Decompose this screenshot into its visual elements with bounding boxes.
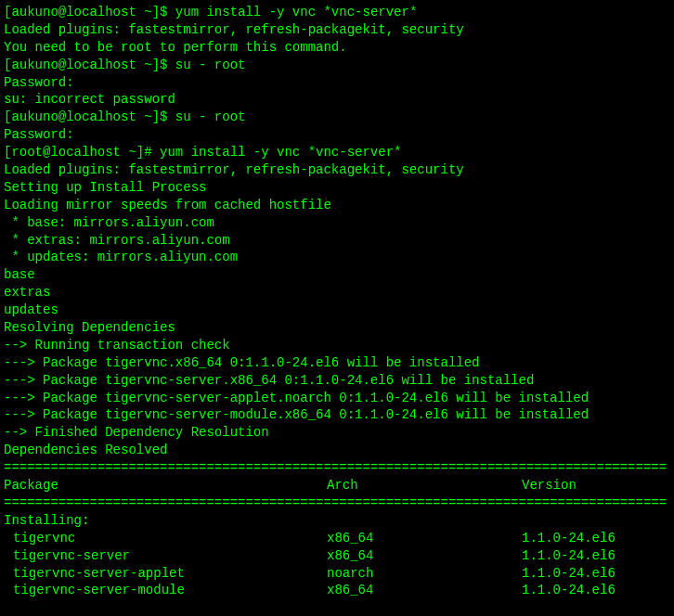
table-row: tigervnc-server-applet noarch 1.1.0-24.e…	[4, 565, 670, 583]
output-line: You need to be root to perform this comm…	[4, 39, 670, 57]
cell-version: 1.1.0-24.el6	[522, 547, 670, 565]
prompt-line: [aukuno@localhost ~]$ su - root	[4, 57, 670, 74]
prompt-line: [aukuno@localhost ~]$ su - root	[4, 109, 670, 126]
shell-prompt: [aukuno@localhost ~]$	[4, 109, 175, 124]
shell-prompt-root: [root@localhost ~]#	[4, 145, 160, 160]
table-row: tigervnc-server x86_64 1.1.0-24.el6	[4, 547, 670, 565]
output-line: Resolving Dependencies	[4, 319, 670, 337]
output-line: extras	[4, 284, 670, 302]
blank-line	[4, 599, 670, 616]
output-line: ---> Package tigervnc-server-applet.noar…	[4, 390, 670, 407]
shell-prompt: [aukuno@localhost ~]$	[4, 5, 175, 19]
cell-package: tigervnc	[4, 530, 327, 547]
col-header-version: Version	[522, 477, 670, 494]
output-line: * updates: mirrors.aliyun.com	[4, 249, 670, 266]
output-line: Setting up Install Process	[4, 179, 670, 197]
cell-arch: x86_64	[327, 547, 522, 565]
output-line: * extras: mirrors.aliyun.com	[4, 232, 670, 250]
terminal[interactable]: [aukuno@localhost ~]$ yum install -y vnc…	[4, 4, 670, 612]
output-line: Password:	[4, 126, 670, 144]
output-line: Dependencies Resolved	[4, 442, 670, 459]
installing-label: Installing:	[4, 512, 670, 530]
shell-prompt: [aukuno@localhost ~]$	[4, 58, 175, 72]
cell-version: 1.1.0-24.el6	[522, 582, 670, 599]
divider-line: ========================================…	[4, 494, 670, 512]
command-text: su - root	[175, 109, 246, 124]
cell-package: tigervnc-server	[4, 547, 327, 565]
divider-line: ========================================…	[4, 459, 670, 477]
output-line: Password:	[4, 74, 670, 92]
prompt-line: [aukuno@localhost ~]$ yum install -y vnc…	[4, 4, 670, 21]
command-text: su - root	[175, 58, 246, 72]
output-line: Loaded plugins: fastestmirror, refresh-p…	[4, 161, 670, 179]
output-line: ---> Package tigervnc-server.x86_64 0:1.…	[4, 372, 670, 390]
cell-version: 1.1.0-24.el6	[522, 530, 670, 547]
output-line: --> Running transaction check	[4, 337, 670, 354]
cell-arch: x86_64	[327, 530, 522, 547]
prompt-line: [root@localhost ~]# yum install -y vnc *…	[4, 144, 670, 161]
output-line: su: incorrect password	[4, 91, 670, 109]
table-row: tigervnc x86_64 1.1.0-24.el6	[4, 530, 670, 547]
output-line: ---> Package tigervnc-server-module.x86_…	[4, 406, 670, 424]
command-text: yum install -y vnc *vnc-server*	[175, 5, 417, 19]
output-line: base	[4, 266, 670, 284]
output-line: updates	[4, 302, 670, 319]
table-row: tigervnc-server-module x86_64 1.1.0-24.e…	[4, 582, 670, 599]
cell-version: 1.1.0-24.el6	[522, 565, 670, 583]
cell-package: tigervnc-server-module	[4, 582, 327, 599]
output-line: ---> Package tigervnc.x86_64 0:1.1.0-24.…	[4, 354, 670, 372]
table-header: Package Arch Version	[4, 477, 670, 494]
command-text: yum install -y vnc *vnc-server*	[160, 145, 401, 160]
output-line: --> Finished Dependency Resolution	[4, 424, 670, 442]
cell-package: tigervnc-server-applet	[4, 565, 327, 583]
output-line: * base: mirrors.aliyun.com	[4, 214, 670, 232]
output-line: Loaded plugins: fastestmirror, refresh-p…	[4, 21, 670, 39]
col-header-package: Package	[4, 477, 327, 494]
col-header-arch: Arch	[327, 477, 522, 494]
output-line: Loading mirror speeds from cached hostfi…	[4, 197, 670, 214]
cell-arch: noarch	[327, 565, 522, 583]
cell-arch: x86_64	[327, 582, 522, 599]
